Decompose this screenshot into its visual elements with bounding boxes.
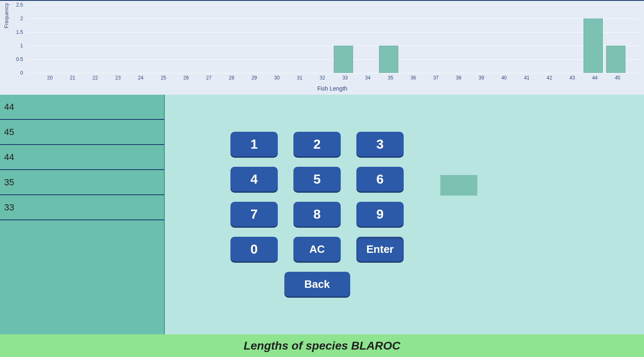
chart-bar[interactable] [606,46,625,73]
key-ac[interactable]: AC [293,237,341,261]
x-axis-ticks: 2021222324252627282930313233343536373839… [27,75,640,83]
x-axis-label: Fish Length [317,85,347,92]
key-back[interactable]: Back [284,272,350,296]
key-7[interactable]: 7 [230,202,278,226]
list-item[interactable]: 33 [0,195,164,220]
chart-bar[interactable] [584,19,603,73]
list-item[interactable]: 35 [0,170,164,195]
footer-text: Lengths of species BLAROC [244,339,400,352]
list-item[interactable]: 44 [0,95,164,120]
key-0[interactable]: 0 [230,237,278,261]
key-1[interactable]: 1 [230,132,278,156]
chart-bar[interactable] [334,46,353,73]
key-6[interactable]: 6 [356,167,404,191]
key-3[interactable]: 3 [356,132,404,156]
main-row: 4445443533 1 2 3 4 5 6 7 8 9 0 AC Enter … [0,95,644,334]
list-item[interactable]: 44 [0,145,164,170]
footer-bar: Lengths of species BLAROC [0,334,644,357]
chart-plot[interactable] [27,5,640,73]
key-4[interactable]: 4 [230,167,278,191]
keypad: 1 2 3 4 5 6 7 8 9 0 AC Enter Back [230,132,404,296]
y-axis-label: Frequency [3,3,9,28]
key-8[interactable]: 8 [293,202,341,226]
keypad-panel: 1 2 3 4 5 6 7 8 9 0 AC Enter Back [165,95,644,334]
entry-display [440,175,477,196]
key-5[interactable]: 5 [293,167,341,191]
chart-bar[interactable] [379,46,398,73]
key-enter[interactable]: Enter [356,237,404,261]
chart-panel: 00.511.522.5 Frequency 20212223242526272… [0,0,644,95]
key-2[interactable]: 2 [293,132,341,156]
entries-sidebar: 4445443533 [0,95,165,334]
list-item[interactable]: 45 [0,120,164,145]
key-9[interactable]: 9 [356,202,404,226]
